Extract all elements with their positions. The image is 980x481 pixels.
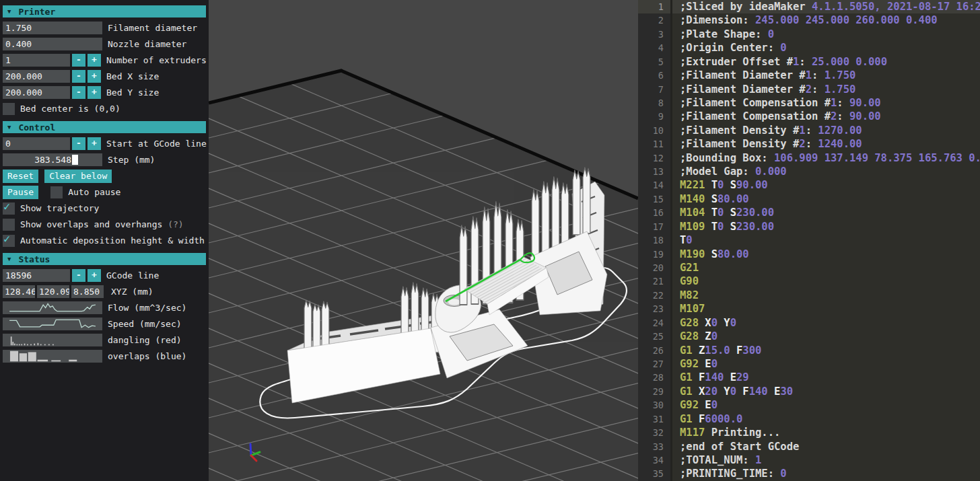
gcode-line[interactable]: 11;Filament Density #2: 1240.00 xyxy=(638,137,980,151)
gcode-line[interactable]: 8;Filament Compensation #1: 90.00 xyxy=(638,96,980,110)
code-token: : xyxy=(799,56,812,68)
code-text: ;Filament Diameter #1: 1.750 xyxy=(672,69,980,82)
gcode-line[interactable]: 4;Origin Center: 0 xyxy=(638,41,980,54)
decrement-button[interactable]: - xyxy=(72,269,85,282)
gcode-line[interactable]: 29G1 X20 Y0 F140 E30 xyxy=(638,385,980,398)
decrement-button[interactable]: - xyxy=(72,137,85,150)
value-input[interactable]: 200.000 xyxy=(3,86,70,99)
gcode-line[interactable]: 7;Filament Diameter #2: 1.750 xyxy=(638,83,980,96)
gcode-line[interactable]: 18T0 xyxy=(638,233,980,247)
gcode-line[interactable]: 15M140 S80.00 xyxy=(638,192,980,206)
gcode-line[interactable]: 32M117 Printing... xyxy=(638,426,980,439)
coord-input[interactable]: 8.850 xyxy=(71,285,104,298)
line-number: 6 xyxy=(638,69,672,82)
gcode-line[interactable]: 6;Filament Diameter #1: 1.750 xyxy=(638,69,980,82)
value-input[interactable]: 0 xyxy=(3,137,70,150)
line-number: 33 xyxy=(638,440,672,453)
code-token: G92 xyxy=(680,399,699,411)
code-token: G92 xyxy=(680,358,699,370)
step-input[interactable]: 383.548 xyxy=(3,153,102,166)
gcode-line[interactable]: 16M104 T0 S230.00 xyxy=(638,206,980,219)
gcode-line[interactable]: 31G1 F6000.0 xyxy=(638,412,980,426)
gcode-line[interactable]: 14M221 T0 S90.00 xyxy=(638,178,980,192)
gcode-line[interactable]: 10;Filament Density #1: 1270.00 xyxy=(638,124,980,137)
checkbox[interactable] xyxy=(50,186,63,198)
gcode-line[interactable]: 1;Sliced by ideaMaker 4.1.1.5050, 2021-0… xyxy=(638,0,980,13)
value-input[interactable]: 1.750 xyxy=(3,22,102,34)
checkbox[interactable]: ✓ xyxy=(3,235,15,247)
gcode-line[interactable]: 5;Extruder Offset #1: 25.000 0.000 xyxy=(638,55,980,69)
gcode-line[interactable]: 27G92 E0 xyxy=(638,357,980,371)
gcode-editor[interactable]: 1;Sliced by ideaMaker 4.1.1.5050, 2021-0… xyxy=(638,0,980,481)
code-text: T0 xyxy=(672,233,980,247)
panel-header-printer[interactable]: ▼Printer xyxy=(3,5,206,17)
gcode-line[interactable]: 30G92 E0 xyxy=(638,398,980,412)
gcode-line[interactable]: 13;Model Gap: 0.000 xyxy=(638,165,980,178)
code-token: E xyxy=(699,399,711,411)
viewport-3d[interactable] xyxy=(209,0,638,481)
gcode-line[interactable]: 3;Plate Shape: 0 xyxy=(638,28,980,41)
line-number: 14 xyxy=(638,178,672,192)
decrement-button[interactable]: - xyxy=(72,86,85,99)
gcode-line[interactable]: 33;end of Start GCode xyxy=(638,440,980,453)
code-token: ;Dimension: xyxy=(680,14,755,26)
gcode-line[interactable]: 23M107 xyxy=(638,302,980,316)
line-number: 23 xyxy=(638,302,672,316)
increment-button[interactable]: + xyxy=(88,137,101,150)
field-label: Bed X size xyxy=(106,71,159,81)
line-number: 16 xyxy=(638,206,672,219)
code-token: T xyxy=(705,207,718,219)
gcode-line[interactable]: 2;Dimension: 245.000 245.000 260.000 0.4… xyxy=(638,13,980,27)
field-label: Bed Y size xyxy=(106,87,159,98)
value-input[interactable]: 200.000 xyxy=(3,70,70,83)
code-text: G92 E0 xyxy=(672,357,980,371)
increment-button[interactable]: + xyxy=(88,54,101,67)
decrement-button[interactable]: - xyxy=(72,54,85,67)
code-token: Y xyxy=(718,317,730,329)
checkbox[interactable] xyxy=(3,219,15,231)
coord-input[interactable]: 120.09 xyxy=(37,285,69,298)
clear-below-button[interactable]: Clear below xyxy=(44,170,112,183)
decrement-button[interactable]: - xyxy=(72,70,85,83)
pause-button[interactable]: Pause xyxy=(3,186,38,199)
gcode-line[interactable]: 34;TOTAL_NUM: 1 xyxy=(638,453,980,467)
increment-button[interactable]: + xyxy=(88,269,101,282)
increment-button[interactable]: + xyxy=(88,70,101,83)
code-text: ;Filament Density #1: 1270.00 xyxy=(672,124,980,137)
gcode-line[interactable]: 12;Bounding Box: 106.909 137.149 78.375 … xyxy=(638,151,980,165)
row-input: 200.000-+Bed X size xyxy=(3,70,206,83)
value-input[interactable]: 1 xyxy=(3,54,70,67)
code-token: 0 xyxy=(768,28,774,40)
code-token: 1240.00 xyxy=(818,138,862,150)
gcode-line[interactable]: 20G21 xyxy=(638,261,980,274)
gcode-line[interactable]: 24G28 X0 Y0 xyxy=(638,316,980,330)
value-input[interactable]: 18596 xyxy=(3,269,70,282)
code-token: 29 xyxy=(736,371,749,383)
coord-input[interactable]: 128.46 xyxy=(3,285,35,298)
gcode-line[interactable]: 28G1 F140 E29 xyxy=(638,371,980,384)
reset-button[interactable]: Reset xyxy=(3,170,38,183)
code-token: 0 xyxy=(730,385,736,398)
code-token: Z xyxy=(699,330,711,342)
code-token: S xyxy=(705,193,718,205)
gcode-line[interactable]: 17M109 T0 S230.00 xyxy=(638,220,980,233)
field-label: XYZ (mm) xyxy=(111,287,153,297)
code-token: 300 xyxy=(742,344,761,357)
checkbox[interactable]: ✓ xyxy=(3,202,15,215)
gcode-line[interactable]: 21G90 xyxy=(638,274,980,288)
panel-header-control[interactable]: ▼Control xyxy=(3,121,206,133)
checkbox[interactable] xyxy=(3,103,15,115)
code-token: 2 xyxy=(799,138,805,150)
gcode-line[interactable]: 22M82 xyxy=(638,289,980,302)
gcode-line[interactable]: 9;Filament Compensation #2: 90.00 xyxy=(638,110,980,123)
code-text: ;Filament Diameter #2: 1.750 xyxy=(672,83,980,96)
gcode-line[interactable]: 25G28 Z0 xyxy=(638,330,980,343)
code-token: S xyxy=(705,248,718,260)
gcode-line[interactable]: 19M190 S80.00 xyxy=(638,248,980,261)
code-token: E xyxy=(699,358,711,370)
increment-button[interactable]: + xyxy=(88,86,101,99)
panel-header-status[interactable]: ▼Status xyxy=(3,253,206,265)
value-input[interactable]: 0.400 xyxy=(3,38,102,50)
gcode-line[interactable]: 35;PRINTING_TIME: 0 xyxy=(638,467,980,480)
gcode-line[interactable]: 26G1 Z15.0 F300 xyxy=(638,344,980,357)
